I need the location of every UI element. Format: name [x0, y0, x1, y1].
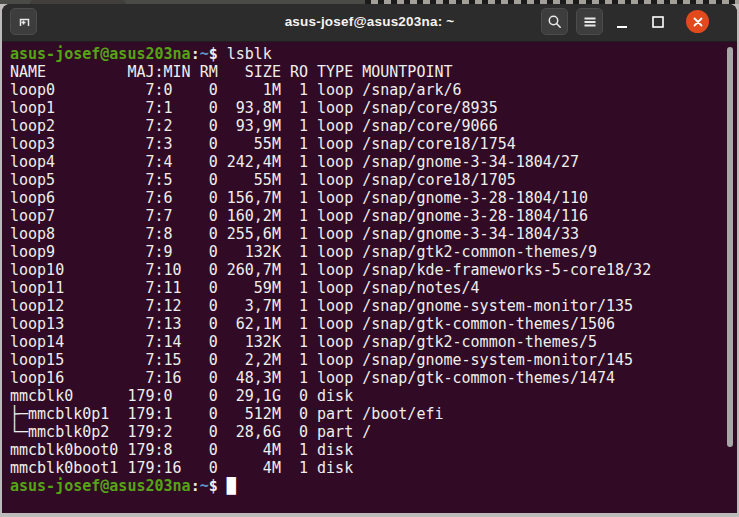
search-button[interactable]: [541, 8, 568, 35]
prompt-line-command: asus-josef@asus203na:~$ lsblk: [10, 45, 737, 63]
terminal-output: asus-josef@asus203na:~$ lsblkNAME MAJ:MI…: [2, 42, 737, 495]
terminal-body[interactable]: asus-josef@asus203na:~$ lsblkNAME MAJ:MI…: [2, 42, 737, 513]
titlebar[interactable]: asus-josef@asus203na: ~: [2, 4, 737, 42]
prompt-path: ~: [200, 477, 209, 495]
prompt-user-host: asus-josef@asus203na: [10, 45, 191, 63]
scrollbar-thumb[interactable]: [727, 47, 733, 447]
prompt-colon: :: [191, 45, 200, 63]
hamburger-menu-icon: [582, 14, 598, 30]
prompt-user-host: asus-josef@asus203na: [10, 477, 191, 495]
minimize-icon: [614, 14, 630, 30]
prompt-line-current: asus-josef@asus203na:~$ █: [10, 477, 737, 495]
lsblk-header-row: NAME MAJ:MIN RM SIZE RO TYPE MOUNTPOINT: [10, 63, 737, 81]
prompt-path: ~: [200, 45, 209, 63]
search-icon: [547, 14, 563, 30]
minimize-button[interactable]: [608, 8, 635, 35]
prompt-dollar: $: [209, 45, 227, 63]
terminal-window: asus-josef@asus203na: ~: [2, 4, 737, 513]
desktop-background: asus-josef@asus203na: ~: [0, 0, 739, 517]
menu-button[interactable]: [576, 8, 603, 35]
command-text: lsblk: [227, 45, 272, 63]
prompt-dollar: $: [209, 477, 227, 495]
prompt-colon: :: [191, 477, 200, 495]
close-button[interactable]: [686, 10, 709, 33]
close-icon: [691, 15, 705, 29]
maximize-icon: [650, 14, 666, 30]
text-cursor: █: [227, 477, 236, 495]
lsblk-rows: loop0 7:0 0 1M 1 loop /snap/ark/6 loop1 …: [10, 81, 737, 477]
maximize-button[interactable]: [644, 8, 671, 35]
